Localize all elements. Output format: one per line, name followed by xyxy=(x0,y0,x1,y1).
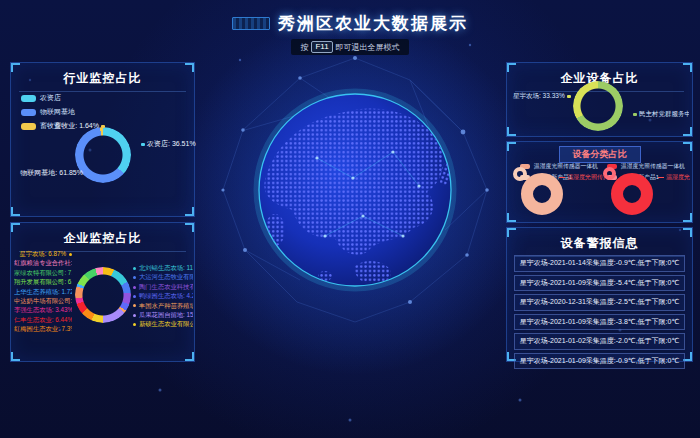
fullscreen-hint: 按 F11 即可退出全屏模式 xyxy=(291,39,408,55)
page-title: 秀洲区农业大数据展示 xyxy=(278,12,468,35)
enterprise-label: 丰国水产种苗养殖场: 1. xyxy=(133,302,193,309)
enterprise-label: 大运河生态牧业有限责任公 xyxy=(133,273,193,280)
enterprise-label: 瓜果花园自留地: 15.02% xyxy=(133,311,193,318)
enterprise-label: 北刘锦生态农场: 11.16% xyxy=(133,264,193,271)
chart-label-text: 农资店: 36.51% xyxy=(147,140,196,147)
alarm-item: 星宇农场-2021-01-14采集温度:-0.9℃,低于下限:0℃ xyxy=(514,255,685,272)
enterprise-label: 星宇农场: 6.87% xyxy=(19,250,72,257)
chart-label-text: 畜牧业: 1.64% xyxy=(54,122,99,129)
mesh-lines xyxy=(223,58,487,322)
legend-label: 物联网基地 xyxy=(40,107,75,117)
chart-label-text: 物联网基地: 61.85% xyxy=(20,169,83,176)
globe-visualization xyxy=(205,40,505,340)
device-label-text: 民主村党群服务中心 xyxy=(639,110,689,117)
enterprise-label: 中达奶牛场有限公司: 7.29% xyxy=(14,297,72,304)
alarm-panel-title: 设备警报信息 xyxy=(515,228,684,257)
legend-item: 温湿度光照传感器一体机 xyxy=(520,162,598,171)
continents xyxy=(264,108,457,283)
legend-item: 物联网基地 xyxy=(21,107,75,117)
globe-network-nodes xyxy=(315,150,420,237)
globe-glow-rim xyxy=(257,92,453,288)
f11-key-badge: F11 xyxy=(311,41,332,53)
enterprise-label: 家绿农特有限公司: 7.72% xyxy=(14,269,72,276)
enterprise-label: 红旗粮油专业合作社: 4.72% xyxy=(14,259,72,266)
enterprise-ratio-panel: 企业监控占比 星宇农场: 6.87%红旗粮油专业合作社: 4.72%家绿农特有限… xyxy=(10,222,195,362)
mesh-nodes xyxy=(221,56,488,304)
industry-panel-title: 行业监控占比 xyxy=(19,63,186,92)
alarm-item: 星宇农场-2021-01-09采集温度:-3.8℃,低于下限:0℃ xyxy=(514,314,685,331)
category-ring-left xyxy=(521,173,563,215)
device-label-text: 星宇农场: 33.33% xyxy=(513,92,565,99)
globe-network xyxy=(317,152,419,236)
enterprise-labels-left: 星宇农场: 6.87%红旗粮油专业合作社: 4.72%家绿农特有限公司: 7.7… xyxy=(14,250,72,332)
device-category-panel: 设备分类占比 温湿度光照传感器一体机 一体机新产品1 温湿度光照传感器一体机 一… xyxy=(506,141,693,223)
device-donut-chart xyxy=(573,81,623,131)
label-dot xyxy=(85,172,89,175)
alarm-item: 星宇农场-2020-12-31采集温度:-2.5℃,低于下限:0℃ xyxy=(514,294,685,311)
dashboard: 秀洲区农业大数据展示 按 F11 即可退出全屏模式 行业监控占比 农资店 物联网… xyxy=(0,0,700,438)
category-callout-right: 温湿度光照传感器一— xyxy=(658,173,690,182)
device-label-left: 星宇农场: 33.33% xyxy=(513,92,573,101)
alarm-item: 星宇农场-2021-01-09采集温度:-0.9℃,低于下限:0℃ xyxy=(514,353,685,370)
legend-item: 温湿度光照传感器一体机 xyxy=(607,162,685,171)
chart-label-iot-base: 物联网基地: 61.85% xyxy=(17,168,91,178)
alarm-item: 星宇农场-2021-01-02采集温度:-2.0℃,低于下限:0℃ xyxy=(514,333,685,350)
category-small-ring-left xyxy=(513,167,527,181)
enterprise-label: 李强生态农场: 3.43% xyxy=(14,306,72,313)
enterprise-label: 上华生态养殖场: 1.72% xyxy=(14,288,72,295)
chart-label-agristore: 农资店: 36.51% xyxy=(139,139,196,149)
label-dot xyxy=(141,143,145,146)
device-alarm-panel: 设备警报信息 星宇农场-2021-01-14采集温度:-0.9℃,低于下限:0℃… xyxy=(506,227,693,362)
device-ratio-panel: 企业设备占比 星宇农场: 33.33% 民主村党群服务中心 xyxy=(506,62,693,137)
header-row: 秀洲区农业大数据展示 xyxy=(0,12,700,35)
legend-label: 温湿度光照传感器一体机 xyxy=(621,162,685,171)
enterprise-label: 仁丰生态农业: 6.44% xyxy=(14,316,72,323)
enterprise-panel-title: 企业监控占比 xyxy=(19,223,186,252)
globe-sphere xyxy=(259,94,451,286)
header: 秀洲区农业大数据展示 按 F11 即可退出全屏模式 xyxy=(0,12,700,55)
legend-swatch xyxy=(21,95,36,102)
enterprise-labels-right: 北刘锦生态农场: 11.16%大运河生态牧业有限责任公陶门生态农业科技有限公鸭绿… xyxy=(133,264,193,327)
category-panel-title: 设备分类占比 xyxy=(559,146,641,163)
label-dot xyxy=(567,95,571,98)
legend-swatch xyxy=(21,109,36,116)
enterprise-label: 红梅园生态农业: 7.3% xyxy=(14,325,72,332)
legend-label: 温湿度光照传感器一体机 xyxy=(534,162,598,171)
enterprise-label: 翔升发展有限公司: 6.87% xyxy=(14,278,72,285)
hint-suffix: 即可退出全屏模式 xyxy=(336,42,400,53)
legend-label: 农资店 xyxy=(40,93,61,103)
hint-prefix: 按 xyxy=(300,42,308,53)
enterprise-donut-chart xyxy=(75,267,131,323)
alarm-item: 星宇农场-2021-01-09采集温度:-5.4℃,低于下限:0℃ xyxy=(514,275,685,292)
industry-ratio-panel: 行业监控占比 农资店 物联网基地 畜牧业 畜牧业: 1.64% 农资店: 36.… xyxy=(10,62,195,217)
label-dot xyxy=(633,113,637,116)
category-ring-right xyxy=(611,173,653,215)
chart-label-livestock: 畜牧业: 1.64% xyxy=(25,121,107,131)
enterprise-label: 陶门生态农业科技有限公 xyxy=(133,283,193,290)
device-label-right: 民主村党群服务中心 xyxy=(631,110,689,119)
enterprise-label: 新硕生态农业有限公司: 6.87% xyxy=(133,320,193,327)
label-dot xyxy=(101,125,105,128)
logo-badge xyxy=(232,17,270,30)
category-callout-left: 温湿度光照传感器一— xyxy=(559,173,605,182)
legend-item: 农资店 xyxy=(21,93,75,103)
alarm-list: 星宇农场-2021-01-14采集温度:-0.9℃,低于下限:0℃星宇农场-20… xyxy=(514,255,685,369)
enterprise-label: 鸭绿园生态农场: 4.29% xyxy=(133,292,193,299)
